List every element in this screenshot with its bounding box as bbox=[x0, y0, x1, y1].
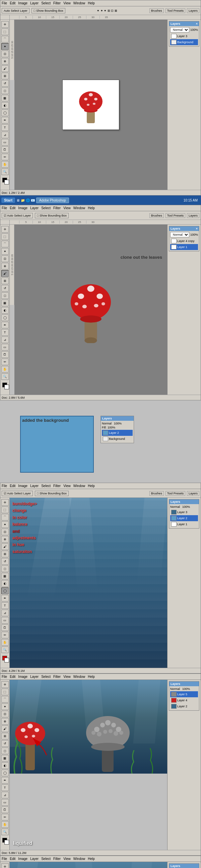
move-tool-5[interactable]: ✛ bbox=[1, 681, 9, 688]
zoom-tool[interactable]: 🔍 bbox=[1, 168, 9, 175]
menu5-image[interactable]: Image bbox=[18, 675, 27, 679]
palette-btn-4[interactable]: Layers bbox=[187, 491, 199, 496]
menu6-layer[interactable]: Layer bbox=[30, 857, 38, 861]
palette-btn-2[interactable]: Layers bbox=[187, 213, 199, 218]
magic-wand-tool-5[interactable]: ✦ bbox=[1, 703, 9, 710]
shape-tool-5[interactable]: ▭ bbox=[1, 799, 9, 806]
foreground-background-colors[interactable] bbox=[0, 177, 10, 190]
menu6-help[interactable]: Help bbox=[88, 857, 95, 861]
menu2-help[interactable]: Help bbox=[88, 206, 95, 210]
dodge-tool-2[interactable]: ◯ bbox=[1, 314, 9, 321]
magic-wand-tool-4[interactable]: ✦ bbox=[1, 521, 9, 528]
shape-tool-2[interactable]: ▭ bbox=[1, 344, 9, 350]
start-button[interactable]: Start bbox=[1, 197, 15, 203]
move-tool-2[interactable]: ✛ bbox=[1, 226, 9, 232]
menu5-layer[interactable]: Layer bbox=[30, 675, 38, 679]
marquee-tool-4[interactable]: ⬚ bbox=[1, 506, 9, 513]
layer-item-liq1[interactable]: Layer 5 bbox=[170, 691, 198, 697]
eraser-tool[interactable]: ◻ bbox=[1, 87, 9, 94]
menu2-layer[interactable]: Layer bbox=[30, 206, 38, 210]
show-bounding-box-btn[interactable]: □ Show Bounding Box bbox=[31, 8, 65, 13]
magic-wand-tool-2[interactable]: ✦ bbox=[1, 248, 9, 255]
eraser-tool-4[interactable]: ◻ bbox=[1, 565, 9, 572]
menu-layer[interactable]: Layer bbox=[30, 1, 38, 5]
path-tool[interactable]: ⊿ bbox=[1, 131, 9, 138]
menu5-filter[interactable]: Filter bbox=[53, 675, 61, 679]
text-tool[interactable]: T bbox=[1, 124, 9, 131]
menu6-filter[interactable]: Filter bbox=[53, 857, 61, 861]
blur-tool[interactable]: ◐ bbox=[1, 102, 9, 109]
layer-item-uw2[interactable]: Layer 2 bbox=[170, 515, 198, 521]
background-color-2[interactable] bbox=[4, 384, 9, 389]
healing-tool-2[interactable]: ⊕ bbox=[1, 263, 9, 270]
menu4-window[interactable]: Window bbox=[74, 484, 85, 488]
magic-wand-tool[interactable]: ✦ bbox=[1, 43, 9, 50]
path-tool-5[interactable]: ⊿ bbox=[1, 792, 9, 798]
gradient-tool-2[interactable]: ▦ bbox=[1, 300, 9, 306]
text-tool-2[interactable]: T bbox=[1, 329, 9, 336]
layer-item-liq2[interactable]: Layer 4 bbox=[170, 697, 198, 703]
menu5-select[interactable]: Select bbox=[41, 675, 51, 679]
menu4-file[interactable]: File bbox=[2, 484, 7, 488]
layer-item-bg3[interactable]: Background bbox=[102, 436, 133, 442]
move-tool-6[interactable]: ✛ bbox=[1, 863, 9, 868]
notes-tool-5[interactable]: 🗒 bbox=[1, 806, 9, 813]
pen-tool-2[interactable]: ✒ bbox=[1, 322, 9, 329]
menu6-window[interactable]: Window bbox=[74, 857, 85, 861]
menu-file[interactable]: File bbox=[2, 1, 7, 5]
lasso-tool-4[interactable]: ⌒ bbox=[1, 514, 9, 521]
history-brush-tool-2[interactable]: ↺ bbox=[1, 285, 9, 291]
tool-presets-btn[interactable]: Tool Presets bbox=[166, 8, 185, 13]
menu2-file[interactable]: File bbox=[2, 206, 7, 210]
eyedropper-tool[interactable]: ✏ bbox=[1, 154, 9, 160]
menu2-image[interactable]: Image bbox=[18, 206, 27, 210]
menu2-view[interactable]: View bbox=[63, 206, 71, 210]
auto-select-layer-btn-2[interactable]: ☑ Auto Select Layer bbox=[2, 213, 33, 218]
taskbar-icon-1[interactable]: 🖥 bbox=[17, 198, 20, 202]
history-brush-tool-4[interactable]: ↺ bbox=[1, 558, 9, 565]
brush-tool[interactable]: 🖌 bbox=[1, 65, 9, 72]
brushes-btn-4[interactable]: Brushes bbox=[149, 491, 164, 496]
menu4-help[interactable]: Help bbox=[88, 484, 95, 488]
brush-tool-5[interactable]: 🖌 bbox=[1, 725, 9, 732]
brushes-btn[interactable]: Brushes bbox=[149, 8, 164, 13]
menu-edit[interactable]: Edit bbox=[10, 1, 16, 5]
stamp-tool-2[interactable]: ⊞ bbox=[1, 278, 9, 284]
notes-tool-4[interactable]: 🗒 bbox=[1, 624, 9, 631]
taskbar-icon-4[interactable]: 📧 bbox=[31, 198, 35, 202]
marquee-tool[interactable]: ⬚ bbox=[1, 28, 9, 35]
menu-window[interactable]: Window bbox=[74, 1, 85, 5]
layer-item-uw3[interactable]: Layer 1 bbox=[170, 521, 198, 527]
history-brush-tool-5[interactable]: ↺ bbox=[1, 740, 9, 747]
menu2-filter[interactable]: Filter bbox=[53, 206, 61, 210]
palette-btn[interactable]: Layers bbox=[187, 8, 199, 13]
lasso-tool[interactable]: ⌒ bbox=[1, 36, 9, 42]
notes-tool[interactable]: 🗒 bbox=[1, 146, 9, 153]
brush-tool-4[interactable]: 🖌 bbox=[1, 543, 9, 550]
menu4-view[interactable]: View bbox=[63, 484, 71, 488]
eyedropper-tool-5[interactable]: ✏ bbox=[1, 814, 9, 820]
marquee-tool-2[interactable]: ⬚ bbox=[1, 233, 9, 240]
healing-tool-5[interactable]: ⊕ bbox=[1, 718, 9, 725]
menu4-image[interactable]: Image bbox=[18, 484, 27, 488]
hand-tool[interactable]: ✋ bbox=[1, 161, 9, 168]
brush-tool-2[interactable]: 🖌 bbox=[1, 270, 9, 277]
notes-tool-2[interactable]: 🗒 bbox=[1, 351, 9, 358]
bounding-box-btn-4[interactable]: □ Show Bounding Box bbox=[35, 491, 69, 496]
menu2-window[interactable]: Window bbox=[74, 206, 85, 210]
bg-color-5[interactable] bbox=[4, 840, 9, 844]
layer-item-layer3[interactable]: Layer 3 bbox=[170, 33, 198, 39]
layer-item-uw[interactable]: Layer 3 bbox=[170, 509, 198, 515]
crop-tool-2[interactable]: ⊡ bbox=[1, 255, 9, 262]
background-color[interactable] bbox=[4, 180, 9, 184]
healing-tool[interactable]: ⊕ bbox=[1, 58, 9, 65]
gradient-tool-4[interactable]: ▦ bbox=[1, 573, 9, 580]
menu-select[interactable]: Select bbox=[41, 1, 51, 5]
menu6-view[interactable]: View bbox=[63, 857, 71, 861]
menu4-filter[interactable]: Filter bbox=[53, 484, 61, 488]
lasso-tool-2[interactable]: ⌒ bbox=[1, 241, 9, 247]
menu-help[interactable]: Help bbox=[88, 1, 95, 5]
stamp-tool-4[interactable]: ⊞ bbox=[1, 551, 9, 557]
path-tool-4[interactable]: ⊿ bbox=[1, 610, 9, 616]
menu5-view[interactable]: View bbox=[63, 675, 71, 679]
